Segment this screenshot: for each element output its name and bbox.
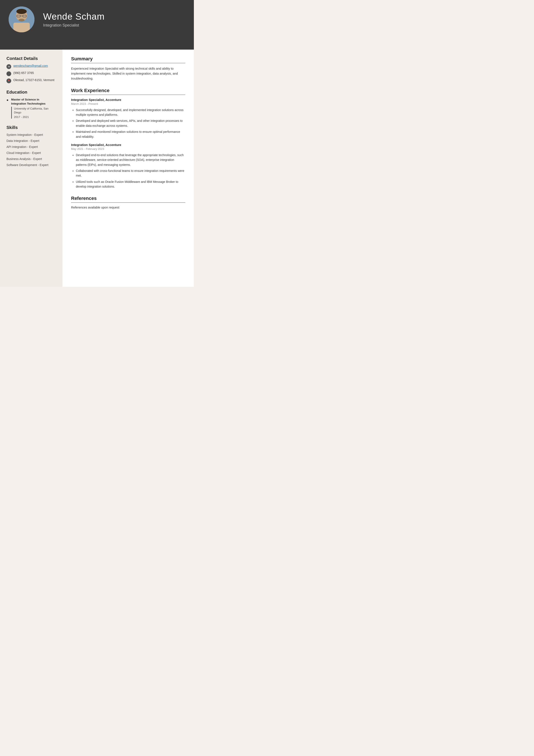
job-0-bullet-2: Maintained and monitored integration sol… [76,129,185,139]
job-1-bullet-0: Developed end-to-end solutions that leve… [76,153,185,167]
edu-content: Master of Science in Integration Technol… [11,98,56,119]
work-experience-title: Work Experience [71,88,185,95]
skill-item-3: Cloud Integration - Expert [7,151,56,155]
job-0-title: Integration Specialist, Accenture [71,98,185,101]
skill-item-2: API Integration - Expert [7,145,56,148]
main-content: Summary Experienced Integration Speciali… [63,50,194,287]
job-1-bullet-2: Utilized tools such as Oracle Fusion Mid… [76,179,185,189]
phone-icon: 📞 [7,71,11,76]
education-section-title: Education [7,90,56,94]
job-0: Integration Specialist, Accenture March … [71,98,185,139]
job-0-bullet-1: Developed and deployed web services, API… [76,119,185,128]
header: Wende Scham Integration Specialist [0,0,194,39]
skill-item-1: Data Integration - Expert [7,139,56,143]
job-0-bullet-0: Successfully designed, developed, and im… [76,108,185,117]
skills-section: Skills System Integration - Expert Data … [7,125,56,167]
header-name: Wende Scham [43,12,105,22]
job-1-title: Integration Specialist, Accenture [71,143,185,147]
summary-title: Summary [71,56,185,63]
phone-value: (990) 657 3765 [13,71,34,75]
skill-item-5: Software Development - Expert [7,163,56,167]
svg-rect-2 [13,23,30,32]
contact-address-item: 📍 Olestad, 17327-6153, Vermont [7,78,56,83]
job-1-dates: May 2021 - February 2023 [71,147,185,150]
header-info: Wende Scham Integration Specialist [43,12,105,28]
skill-item-0: System Integration - Expert [7,133,56,137]
job-0-dates: March 2023 - Present [71,102,185,105]
avatar [9,7,35,32]
email-icon: ✉ [7,64,11,69]
edu-school: University of California, San Diego [14,107,56,115]
summary-text: Experienced Integration Specialist with … [71,66,185,81]
sidebar: Contact Details ✉ wendescham@gmail.com 📞… [0,50,63,287]
location-icon: 📍 [7,78,11,83]
skills-section-title: Skills [7,125,56,130]
header-title: Integration Specialist [43,23,105,28]
contact-phone-item: 📞 (990) 657 3765 [7,71,56,76]
edu-details: University of California, San Diego 2017… [11,107,56,119]
contact-section-title: Contact Details [7,56,56,61]
job-1-bullet-1: Collaborated with cross-functional teams… [76,168,185,178]
contact-section: Contact Details ✉ wendescham@gmail.com 📞… [7,56,56,83]
summary-section: Summary Experienced Integration Speciali… [71,56,185,81]
edu-bullet-icon: ● [7,98,9,119]
email-value[interactable]: wendescham@gmail.com [13,64,48,68]
skill-item-4: Business Analysis - Expert [7,157,56,161]
education-item: ● Master of Science in Integration Techn… [7,98,56,119]
job-1: Integration Specialist, Accenture May 20… [71,143,185,189]
job-1-bullets: Developed end-to-end solutions that leve… [71,153,185,189]
job-0-bullets: Successfully designed, developed, and im… [71,108,185,139]
svg-point-6 [18,19,25,21]
edu-years: 2017 - 2021 [14,115,56,119]
references-text: References available upon request [71,206,185,209]
address-value: Olestad, 17327-6153, Vermont [13,78,55,82]
main-layout: Contact Details ✉ wendescham@gmail.com 📞… [0,50,194,287]
references-section: References References available upon req… [71,196,185,209]
chevron-decoration [0,39,194,50]
references-title: References [71,196,185,203]
education-section: Education ● Master of Science in Integra… [7,90,56,119]
edu-degree: Master of Science in Integration Technol… [11,98,56,106]
contact-email-item: ✉ wendescham@gmail.com [7,64,56,69]
work-experience-section: Work Experience Integration Specialist, … [71,88,185,189]
svg-point-7 [16,9,27,14]
